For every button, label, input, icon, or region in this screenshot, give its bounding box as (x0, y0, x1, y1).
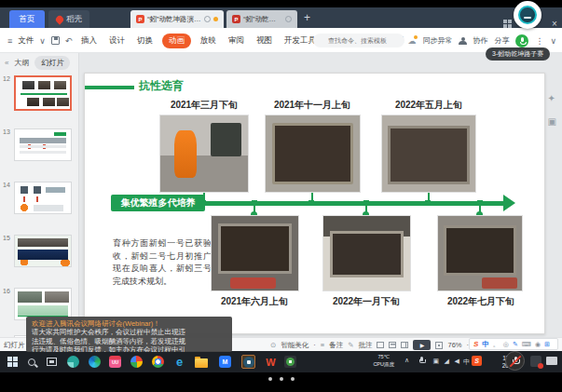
undo-icon[interactable]: ↶ (65, 36, 73, 46)
sync-status-label[interactable]: 同步异常 (422, 35, 452, 46)
menu-design[interactable]: 设计 (106, 34, 128, 48)
menu-insert[interactable]: 插入 (78, 34, 100, 48)
new-tab-button[interactable]: + (304, 11, 310, 24)
doc-status-icon (204, 16, 211, 22)
photo-planter-2021-11[interactable] (265, 115, 361, 193)
photo-planter-2022-05[interactable] (381, 115, 476, 193)
timeline-date-bottom-3[interactable]: 2022年七月下旬 (447, 295, 514, 308)
touch-keyboard-icon[interactable] (546, 357, 557, 365)
tray-network-icon[interactable]: ◢ (445, 358, 449, 365)
timeline-arrowhead (503, 195, 515, 211)
panel-collapse-icon[interactable]: « (5, 59, 8, 67)
pdf-file-icon: P (232, 15, 240, 23)
menu-file[interactable]: 文件 (18, 35, 34, 47)
timeline-date-top-3[interactable]: 2022年五月上旬 (395, 99, 462, 112)
fit-slide-icon[interactable] (435, 342, 443, 349)
file-chevron-icon[interactable]: ∨ (39, 36, 46, 46)
slide-12-editor[interactable]: 抗性选育 2021年三月下旬 2021年十一月上旬 2022年五月上旬 (84, 73, 545, 334)
dot-sep: · (313, 341, 316, 349)
timeline-date-bottom-2[interactable]: 2022年一月下旬 (333, 295, 400, 308)
cpu-temp-label: CPU温度 (373, 361, 394, 369)
tray-mic-icon[interactable] (419, 357, 424, 364)
thumbnail-number: 15 (3, 235, 10, 241)
menu-view[interactable]: 视图 (254, 34, 275, 48)
toast-line: 法违规、低俗色情、吸烟酗酒等内容，若发现违规 (32, 337, 226, 345)
notification-badge-icon[interactable] (530, 356, 541, 367)
photo-planter-2021-06[interactable] (211, 215, 299, 291)
layout-copy-icon[interactable]: ▣ (548, 116, 556, 127)
slide-thumbnail-13[interactable]: 13 (0, 127, 79, 179)
meeting-mic-indicator-icon[interactable] (515, 34, 528, 47)
photo-planter-2022-07[interactable] (437, 215, 523, 291)
slide-thumbnail-14[interactable]: 14 (0, 180, 79, 232)
timeline-label-pill[interactable]: 集优繁殖多代培养 (111, 195, 205, 211)
slide-thumbnail-12[interactable]: 12 (0, 74, 79, 126)
thumbnail-preview (14, 235, 72, 267)
account-person-icon[interactable]: ◉ (535, 341, 541, 347)
timeline-date-bottom-1[interactable]: 2021年六月上旬 (221, 295, 288, 308)
tray-sogou-icon[interactable]: S (472, 356, 482, 366)
slide-body-text[interactable]: 育种方面新蚓一号已获验收，新蚓二号七月初推广现在反响喜人，新蚓三号完成技术规划。 (113, 237, 212, 288)
window-grid-icon[interactable] (503, 20, 512, 28)
notes-button[interactable]: 备注 (329, 341, 343, 350)
tray-expand-icon[interactable]: ∧ (404, 357, 409, 364)
collaborate-label[interactable]: 协作 (473, 35, 487, 46)
beautify-icon: ⊙ (270, 341, 276, 349)
hamburger-icon[interactable]: ≡ (7, 36, 12, 46)
slideshow-play-button[interactable]: ▶ (413, 340, 431, 350)
share-label[interactable]: 分享 (494, 35, 509, 46)
punctuation-icon[interactable]: 。 (493, 341, 500, 347)
slide-section-title[interactable]: 抗性选育 (139, 78, 184, 94)
slide-thumbnail-panel: « 大纲 幻灯片 12 13 14 15 16 (0, 53, 79, 337)
tray-camera-icon[interactable]: ▣ (432, 358, 439, 365)
input-lang-icon[interactable]: 中 (482, 341, 489, 348)
toast-line: 请大家共同维护大会秩序，会议过程中禁止出现违 (32, 328, 226, 336)
timeline-date-top-1[interactable]: 2021年三月下旬 (171, 99, 238, 112)
meeting-camera-bubble[interactable] (514, 1, 541, 29)
more-kebab-icon[interactable]: ⋮ (535, 36, 543, 46)
ribbon-collapse-icon[interactable]: ∨ (550, 36, 556, 46)
tray-volume-icon[interactable]: ◀ (455, 358, 459, 365)
tab-pdf-document[interactable]: P “蚓”动乾坤计划书(2).pdf (226, 10, 297, 28)
photo-sprayer-2021-03[interactable] (159, 115, 249, 193)
view-sorter-icon[interactable] (389, 342, 396, 348)
tab-docer[interactable]: 稻壳 (48, 10, 89, 28)
handwriting-pen-icon[interactable]: ✎ (513, 341, 518, 347)
timeline-node (308, 200, 314, 206)
meeting-muted-mic-overlay[interactable] (505, 351, 525, 371)
pager-dots (268, 377, 295, 381)
tab-ppt-document[interactable]: P “蚓”动乾坤路演最终版.pptx (130, 10, 224, 28)
toolbox-grid-icon[interactable]: ⊞ (544, 341, 550, 347)
view-reading-icon[interactable] (401, 342, 408, 348)
slide-canvas: 抗性选育 2021年三月下旬 2021年十一月上旬 2022年五月上旬 (79, 53, 562, 337)
soft-keyboard-icon[interactable]: ⌨ (522, 341, 531, 347)
menu-slideshow[interactable]: 放映 (198, 34, 219, 48)
ppt-file-icon: P (136, 15, 144, 23)
menu-review[interactable]: 审阅 (226, 34, 247, 48)
windows-taskbar: UU e M W 75℃ CPU温度 ∧ ▣ ◢ ◀ 中 S 11:40 202… (0, 351, 562, 372)
timeline-date-top-2[interactable]: 2021年十一月上旬 (274, 99, 350, 112)
tab-home[interactable]: 首页 (9, 10, 45, 28)
sogou-logo-icon[interactable]: S (473, 341, 478, 348)
smart-beautify-button[interactable]: 智能美化 (281, 341, 308, 350)
emoji-icon[interactable]: ◎ (503, 341, 509, 347)
photo-planter-2022-01[interactable] (322, 215, 411, 291)
collaborate-icon[interactable] (459, 37, 466, 45)
docer-icon (54, 14, 64, 24)
comment-button[interactable]: 批注 (358, 341, 372, 350)
pager-dot (268, 377, 272, 381)
sync-error-icon[interactable]: ☁ (407, 36, 416, 46)
beautify-star-icon[interactable]: ✦ (548, 93, 556, 103)
title-accent-line (85, 86, 134, 89)
tab-outline[interactable]: 大纲 (14, 58, 29, 68)
menu-transition[interactable]: 切换 (134, 34, 156, 48)
view-normal-icon[interactable] (377, 342, 384, 348)
save-icon[interactable] (51, 36, 60, 45)
tab-slides[interactable]: 幻灯片 (34, 56, 70, 70)
cpu-temp-widget[interactable]: 75℃ CPU温度 (373, 354, 394, 368)
command-search-input[interactable] (313, 34, 404, 47)
zoom-level[interactable]: 76% (447, 341, 461, 349)
tray-input-lang-icon[interactable]: 中 (463, 358, 470, 367)
menu-animation-active[interactable]: 动画 (162, 34, 191, 48)
slide-thumbnail-15[interactable]: 15 (0, 233, 79, 285)
